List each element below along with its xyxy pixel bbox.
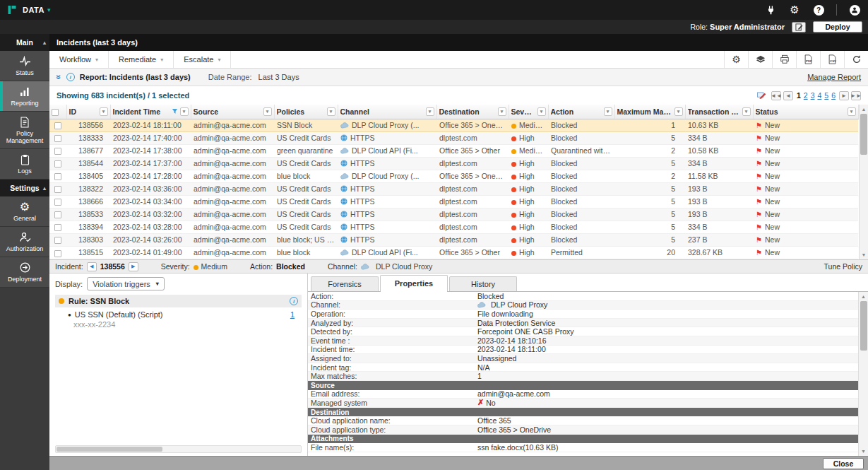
first-page-button[interactable]: ◄◄ — [771, 91, 781, 100]
gear-icon[interactable]: ⚙ — [788, 4, 801, 16]
column-dropdown-icon[interactable]: ▾ — [498, 107, 506, 116]
next-page-button[interactable]: ► — [839, 91, 849, 100]
display-select[interactable]: Violation triggers ▾ — [87, 277, 165, 290]
sidebar-item-policy-management[interactable]: Policy Management — [0, 112, 49, 149]
scroll-up-icon[interactable]: ▲ — [859, 292, 868, 301]
column-dropdown-icon[interactable]: ▾ — [674, 107, 683, 116]
sidebar-item-status[interactable]: Status — [0, 51, 49, 81]
escalate-menu-button[interactable]: Escalate▾ — [174, 51, 231, 68]
column-dropdown-icon[interactable]: ▾ — [537, 107, 546, 116]
incident-row[interactable]: 1385332023-02-14 03:32:00admin@qa-acme.c… — [49, 208, 858, 221]
product-name[interactable]: DATA — [23, 6, 44, 14]
column-header-transaction-size[interactable]: Transaction Size▾ — [685, 105, 753, 119]
incident-row[interactable]: 1386772023-02-14 17:38:00admin@qa-acme.c… — [49, 144, 858, 157]
product-menu-chevron-icon[interactable]: ▾ — [47, 6, 51, 13]
column-header-policies[interactable]: Policies▾ — [274, 105, 338, 119]
tab-properties[interactable]: Properties — [380, 275, 448, 291]
sidebar-item-reporting[interactable]: Reporting — [0, 81, 49, 112]
incident-row[interactable]: 1385152023-02-14 01:49:00admin@qa-acme.c… — [49, 246, 858, 259]
row-checkbox[interactable] — [54, 148, 61, 155]
prev-incident-button[interactable]: ◀ — [87, 262, 97, 271]
column-dropdown-icon[interactable]: ▾ — [180, 107, 189, 116]
scroll-thumb[interactable] — [860, 114, 867, 155]
collapse-report-chevron-icon[interactable]: » — [54, 75, 64, 80]
column-header-source[interactable]: Source▾ — [191, 105, 274, 119]
incident-row[interactable]: 1383942023-02-14 03:28:00admin@qa-acme.c… — [49, 221, 858, 233]
deploy-button[interactable]: Deploy — [813, 21, 862, 33]
column-dropdown-icon[interactable]: ▾ — [604, 107, 612, 116]
column-dropdown-icon[interactable]: ▾ — [327, 107, 335, 116]
row-checkbox[interactable] — [54, 211, 61, 218]
incident-row[interactable]: 1385562023-02-14 18:11:00admin@qa-acme.c… — [49, 119, 858, 131]
last-page-button[interactable]: ►► — [851, 91, 861, 100]
sidebar-item-general[interactable]: ⚙General — [0, 196, 49, 227]
sidebar-item-logs[interactable]: Logs — [0, 149, 49, 180]
table-settings-gear-icon[interactable]: ⚙ — [724, 51, 748, 68]
column-dropdown-icon[interactable]: ▾ — [263, 107, 272, 116]
page-5[interactable]: 5 — [824, 91, 828, 100]
incident-row[interactable]: 1384052023-02-14 17:28:00admin@qa-acme.c… — [49, 170, 858, 182]
column-dropdown-icon[interactable]: ▾ — [426, 107, 434, 116]
incident-row[interactable]: 1383032023-02-14 03:26:00admin@qa-acme.c… — [49, 233, 858, 246]
csv-export-icon[interactable]: CSV — [820, 51, 844, 68]
help-icon[interactable]: ? — [812, 4, 825, 16]
column-header-channel[interactable]: Channel▾ — [338, 105, 436, 119]
incident-row[interactable]: 1385442023-02-14 17:37:00admin@qa-acme.c… — [49, 157, 858, 170]
row-checkbox[interactable] — [54, 237, 61, 244]
properties-vertical-scrollbar[interactable]: ▲ ▼ — [858, 292, 868, 456]
edit-columns-icon[interactable] — [757, 92, 766, 99]
sidebar-item-authorization[interactable]: Authorization — [0, 227, 49, 257]
layers-icon[interactable] — [748, 51, 772, 68]
print-icon[interactable] — [772, 51, 796, 68]
column-header-severity[interactable]: Severity▾ — [509, 105, 548, 119]
row-checkbox[interactable] — [54, 199, 61, 206]
workflow-menu-button[interactable]: Workflow▾ — [49, 51, 109, 68]
sidebar-section-settings[interactable]: Settings ▴ — [0, 180, 49, 196]
column-header-maximum-matches[interactable]: Maximum Matches▾ — [614, 105, 685, 119]
plug-icon[interactable] — [764, 4, 777, 16]
grid-vertical-scrollbar[interactable]: ▲ ▼ — [859, 105, 868, 259]
row-checkbox[interactable] — [54, 186, 61, 193]
sidebar-item-deployment[interactable]: Deployment — [0, 257, 49, 288]
scroll-up-icon[interactable]: ▲ — [860, 105, 868, 114]
refresh-icon[interactable] — [844, 51, 868, 68]
select-all-checkbox[interactable] — [52, 109, 59, 116]
column-header-incident-time[interactable]: Incident Time▾ — [110, 105, 191, 119]
scroll-thumb[interactable] — [57, 447, 162, 452]
tune-policy-link[interactable]: Tune Policy — [824, 262, 862, 271]
page-3[interactable]: 3 — [811, 91, 815, 100]
tab-history[interactable]: History — [449, 276, 517, 291]
column-header-destination[interactable]: Destination▾ — [436, 105, 509, 119]
row-checkbox[interactable] — [54, 122, 61, 129]
rule-info-icon[interactable]: i — [290, 297, 298, 305]
tab-forensics[interactable]: Forensics — [311, 276, 379, 291]
page-title[interactable]: Incidents (last 3 days) — [57, 38, 138, 47]
incident-row[interactable]: 1383332023-02-14 17:40:00admin@qa-acme.c… — [49, 131, 858, 144]
sidebar-section-main[interactable]: Main ▴ — [0, 34, 49, 51]
row-checkbox[interactable] — [54, 173, 61, 180]
close-button[interactable]: Close — [823, 458, 864, 469]
deployment-notes-button[interactable] — [792, 22, 806, 33]
incident-row[interactable]: 1386662023-02-14 03:34:00admin@qa-acme.c… — [49, 195, 858, 208]
remediate-menu-button[interactable]: Remediate▾ — [109, 51, 174, 68]
incident-row[interactable]: 1383222023-02-14 03:36:00admin@qa-acme.c… — [49, 182, 858, 195]
prev-page-button[interactable]: ◄ — [783, 91, 793, 100]
column-dropdown-icon[interactable]: ▾ — [100, 107, 108, 116]
column-header-action[interactable]: Action▾ — [548, 105, 614, 119]
report-info-icon[interactable]: i — [66, 73, 75, 81]
page-2[interactable]: 2 — [804, 91, 808, 100]
column-header-status[interactable]: Status▾ — [753, 105, 858, 119]
row-checkbox[interactable] — [54, 250, 61, 257]
column-dropdown-icon[interactable]: ▾ — [742, 107, 751, 116]
row-checkbox[interactable] — [54, 135, 61, 142]
page-6[interactable]: 6 — [831, 91, 836, 100]
page-4[interactable]: 4 — [817, 91, 821, 100]
triggers-horizontal-scrollbar[interactable] — [55, 445, 302, 453]
trigger-count-link[interactable]: 1 — [290, 310, 295, 319]
column-header-id[interactable]: ID▾ — [66, 105, 110, 119]
next-incident-button[interactable]: ▶ — [129, 262, 138, 271]
scroll-down-icon[interactable]: ▼ — [859, 447, 868, 456]
row-checkbox[interactable] — [54, 160, 61, 168]
column-dropdown-icon[interactable]: ▾ — [848, 107, 856, 116]
user-account-icon[interactable] — [848, 4, 861, 16]
